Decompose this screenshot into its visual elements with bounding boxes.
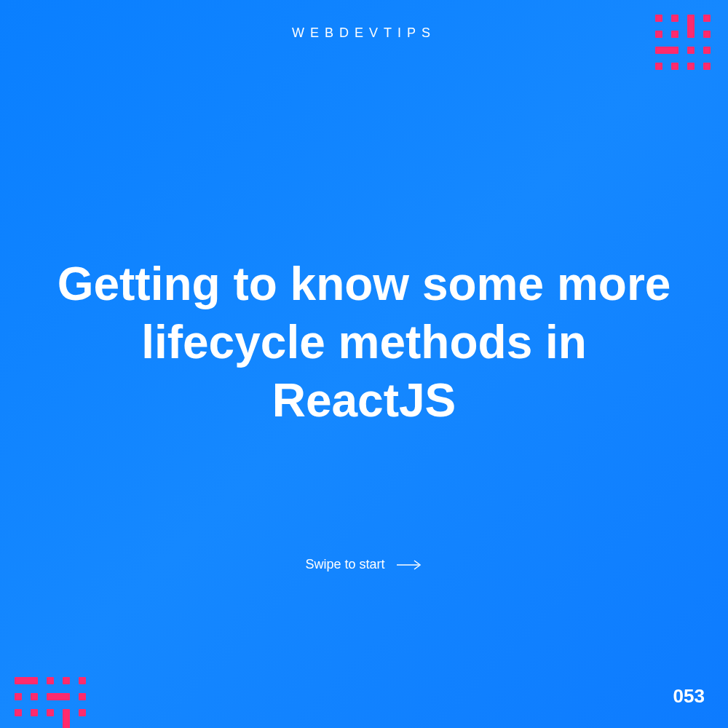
brand-header: WEBDEVTIPS (0, 25, 728, 41)
swipe-text: Swipe to start (305, 557, 384, 572)
swipe-prompt[interactable]: Swipe to start (0, 557, 728, 572)
page-number-text: 053 (673, 685, 705, 707)
arrow-right-icon (397, 560, 423, 570)
brand-text: WEBDEVTIPS (292, 25, 436, 40)
decorative-pattern-top-right (655, 15, 713, 80)
title-text: Getting to know some more lifecycle meth… (58, 258, 671, 427)
decorative-pattern-bottom-left (15, 677, 102, 728)
page-number: 053 (673, 685, 705, 708)
page-title: Getting to know some more lifecycle meth… (0, 255, 728, 430)
